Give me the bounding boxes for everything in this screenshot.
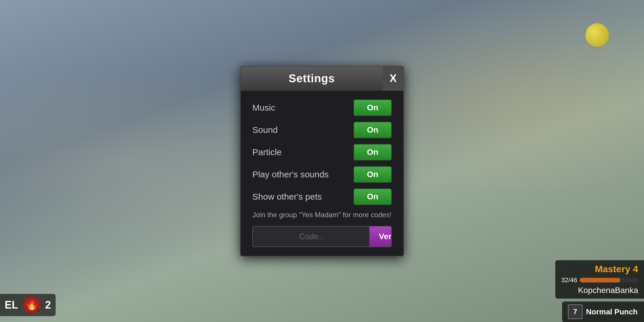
- setting-row-play-others-sounds: Play other's sounds On: [252, 166, 392, 183]
- verify-button[interactable]: Verify: [369, 227, 392, 246]
- group-promo-text: Join the group "Yes Madam" for more code…: [252, 211, 392, 219]
- setting-row-particle: Particle On: [252, 144, 392, 160]
- toggle-sound[interactable]: On: [354, 122, 392, 138]
- settings-header: Settings X: [241, 66, 403, 91]
- toggle-play-others-sounds[interactable]: On: [354, 166, 392, 183]
- toggle-show-others-pets[interactable]: On: [354, 189, 392, 205]
- setting-label-sound: Sound: [252, 125, 278, 135]
- setting-label-show-others-pets: Show other's pets: [252, 192, 322, 202]
- setting-row-sound: Sound On: [252, 122, 392, 138]
- settings-title: Settings: [289, 72, 335, 85]
- toggle-music[interactable]: On: [354, 100, 392, 116]
- code-input[interactable]: [253, 227, 369, 246]
- settings-title-bar: Settings: [241, 66, 383, 91]
- setting-label-play-others-sounds: Play other's sounds: [252, 169, 329, 179]
- setting-label-particle: Particle: [252, 147, 282, 157]
- settings-body: Music On Sound On Particle On Play other…: [241, 91, 403, 256]
- modal-overlay: Settings X Music On Sound On Particle On: [0, 0, 644, 322]
- settings-modal: Settings X Music On Sound On Particle On: [240, 66, 404, 256]
- toggle-particle[interactable]: On: [354, 144, 392, 160]
- setting-label-music: Music: [252, 103, 275, 113]
- close-button[interactable]: X: [383, 66, 403, 91]
- setting-row-music: Music On: [252, 100, 392, 116]
- code-section: Verify: [252, 226, 392, 247]
- setting-row-show-others-pets: Show other's pets On: [252, 189, 392, 205]
